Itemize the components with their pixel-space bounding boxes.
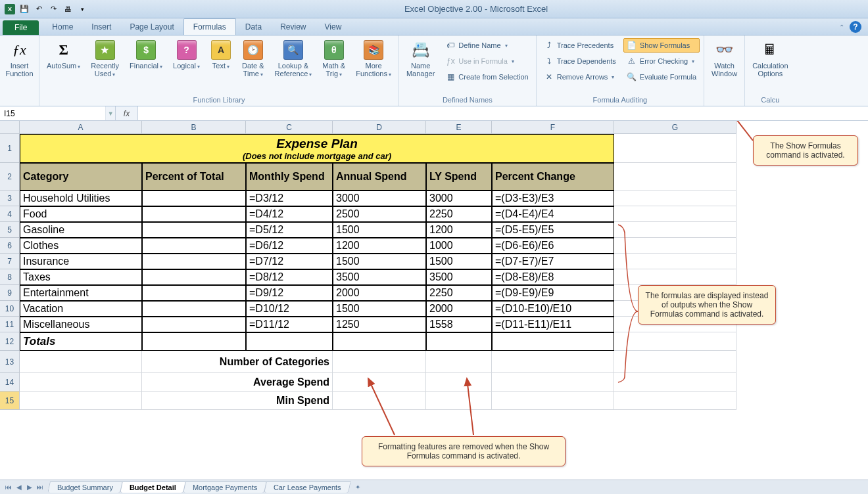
save-icon[interactable]: 💾 — [18, 3, 30, 15]
row-header[interactable]: 13 — [0, 351, 20, 373]
more-functions-button[interactable]: 📚More Functions▾ — [351, 37, 396, 81]
table-row[interactable] — [142, 301, 246, 317]
cell[interactable] — [426, 351, 492, 373]
watch-window-button[interactable]: 👓Watch Window — [707, 37, 742, 80]
fx-label-icon[interactable]: fx — [116, 106, 138, 120]
table-row[interactable] — [426, 332, 492, 351]
use-in-formula-button[interactable]: ƒxUse in Formula▾ — [442, 54, 531, 68]
cell[interactable] — [614, 269, 736, 285]
cell[interactable] — [333, 351, 426, 373]
tab-data[interactable]: Data — [236, 19, 271, 35]
cell[interactable] — [614, 254, 736, 269]
table-row[interactable]: 1200 — [426, 222, 492, 238]
table-row[interactable]: =D4/12 — [246, 206, 333, 222]
calculation-options-button[interactable]: 🖩Calculation Options — [748, 37, 792, 80]
cell[interactable] — [614, 332, 736, 351]
name-box-dropdown-icon[interactable]: ▼ — [105, 106, 115, 120]
cell[interactable] — [614, 392, 736, 410]
autosum-button[interactable]: ΣAutoSum▾ — [42, 37, 85, 73]
tab-nav-prev-icon[interactable]: ◀ — [14, 483, 24, 492]
tab-file[interactable]: File — [3, 20, 39, 35]
row-header[interactable]: 1 — [0, 134, 20, 163]
table-row[interactable] — [142, 269, 246, 285]
define-name-button[interactable]: 🏷Define Name▾ — [442, 38, 531, 53]
table-row[interactable]: Household Utilities — [20, 191, 142, 206]
name-box[interactable]: ▼ — [0, 106, 116, 120]
table-row[interactable] — [142, 238, 246, 254]
row-header[interactable]: 14 — [0, 373, 20, 392]
trace-precedents-button[interactable]: ⤴Trace Precedents — [541, 38, 619, 53]
cell[interactable] — [426, 373, 492, 392]
header-cell[interactable]: Category — [20, 163, 142, 191]
table-row[interactable]: =(D10-E10)/E10 — [492, 301, 614, 317]
table-row[interactable]: =D6/12 — [246, 238, 333, 254]
table-row[interactable]: 2000 — [426, 301, 492, 317]
cell[interactable] — [614, 373, 736, 392]
cell[interactable] — [333, 392, 426, 410]
table-row[interactable]: 3500 — [333, 269, 426, 285]
tab-page-layout[interactable]: Page Layout — [120, 19, 183, 35]
table-row[interactable]: Miscellaneous — [20, 317, 142, 332]
trace-dependents-button[interactable]: ⤵Trace Dependents — [541, 54, 619, 68]
summary-label[interactable]: Min Spend — [142, 392, 333, 410]
table-row[interactable]: Entertainment — [20, 285, 142, 301]
name-box-input[interactable] — [0, 106, 105, 120]
cell[interactable] — [426, 392, 492, 410]
print-icon[interactable]: 🖶 — [62, 3, 74, 15]
excel-app-icon[interactable]: X — [4, 3, 16, 15]
cell[interactable] — [614, 206, 736, 222]
table-row[interactable]: =D9/12 — [246, 285, 333, 301]
column-header[interactable]: G — [614, 121, 736, 134]
remove-arrows-button[interactable]: ✕Remove Arrows▾ — [541, 70, 619, 84]
table-row[interactable]: =D10/12 — [246, 301, 333, 317]
title-cell[interactable]: Expense Plan(Does not include mortgage a… — [20, 134, 614, 163]
table-row[interactable]: 3000 — [426, 191, 492, 206]
table-row[interactable]: 1500 — [333, 254, 426, 269]
table-row[interactable]: =D11/12 — [246, 317, 333, 332]
table-row[interactable]: 2500 — [333, 206, 426, 222]
summary-label[interactable]: Average Spend — [142, 373, 333, 392]
table-row[interactable]: 3500 — [426, 269, 492, 285]
row-header[interactable]: 12 — [0, 332, 20, 351]
table-row[interactable] — [142, 317, 246, 332]
cell[interactable] — [492, 392, 614, 410]
table-row[interactable]: =(D4-E4)/E4 — [492, 206, 614, 222]
column-header[interactable]: B — [142, 121, 246, 134]
error-checking-button[interactable]: ⚠Error Checking▾ — [623, 54, 700, 68]
table-row[interactable]: 2250 — [426, 206, 492, 222]
tab-nav-first-icon[interactable]: ⏮ — [4, 483, 13, 492]
cell[interactable] — [333, 373, 426, 392]
column-header[interactable]: D — [333, 121, 426, 134]
table-row[interactable] — [142, 254, 246, 269]
table-row[interactable]: Clothes — [20, 238, 142, 254]
header-cell[interactable]: LY Spend — [426, 163, 492, 191]
undo-icon[interactable]: ↶ — [33, 3, 45, 15]
redo-icon[interactable]: ↷ — [47, 3, 59, 15]
table-row[interactable]: 2250 — [426, 285, 492, 301]
tab-review[interactable]: Review — [271, 19, 315, 35]
table-row[interactable]: 1000 — [426, 238, 492, 254]
table-row[interactable]: 1500 — [333, 222, 426, 238]
cell[interactable] — [20, 351, 142, 373]
spreadsheet-grid[interactable]: ABCDEFG 123456789101112131415 Expense Pl… — [0, 121, 868, 476]
name-manager-button[interactable]: 📇Name Manager — [402, 37, 439, 80]
header-cell[interactable]: Percent Change — [492, 163, 614, 191]
help-icon[interactable]: ? — [850, 21, 861, 33]
new-sheet-icon[interactable]: ✦ — [353, 483, 362, 492]
table-row[interactable] — [246, 332, 333, 351]
table-row[interactable]: Taxes — [20, 269, 142, 285]
table-row[interactable]: 1558 — [426, 317, 492, 332]
financial-button[interactable]: $Financial▾ — [125, 37, 167, 73]
table-row[interactable]: =(D5-E5)/E5 — [492, 222, 614, 238]
table-row[interactable]: 3000 — [333, 191, 426, 206]
cell[interactable] — [614, 191, 736, 206]
text-button[interactable]: AText▾ — [206, 37, 236, 73]
header-cell[interactable]: Percent of Total — [142, 163, 246, 191]
logical-button[interactable]: ?Logical▾ — [168, 37, 205, 73]
cell[interactable] — [492, 351, 614, 373]
row-header[interactable]: 11 — [0, 317, 20, 332]
tab-view[interactable]: View — [316, 19, 351, 35]
table-row[interactable] — [142, 191, 246, 206]
row-header[interactable]: 10 — [0, 301, 20, 317]
row-header[interactable]: 6 — [0, 238, 20, 254]
